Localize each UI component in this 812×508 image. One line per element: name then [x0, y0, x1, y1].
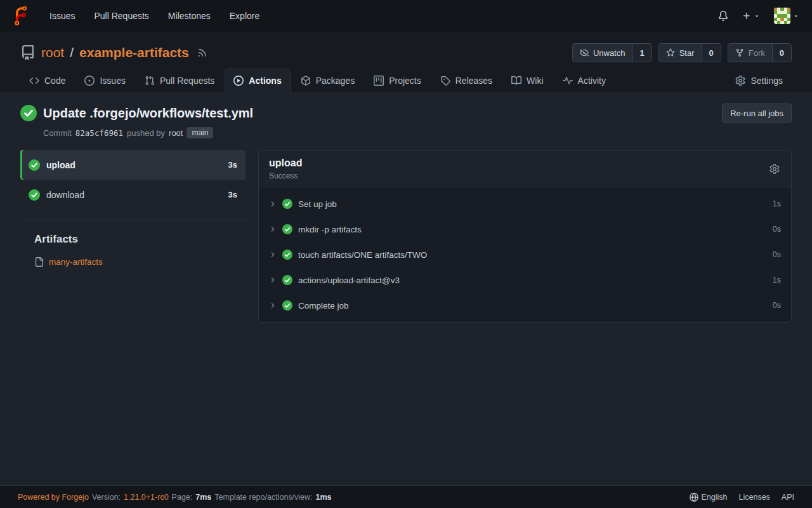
star-button-main[interactable]: Star [659, 44, 702, 62]
tab-pull-requests-label: Pull Requests [160, 76, 214, 86]
tab-code[interactable]: Code [20, 69, 74, 93]
tab-activity-label: Activity [578, 76, 606, 86]
step-duration: 0s [773, 225, 781, 234]
step-row-setup[interactable]: Set up job 1s [259, 191, 791, 217]
create-new-button[interactable] [740, 9, 763, 23]
job-options-button[interactable] [768, 163, 781, 175]
step-name: Set up job [298, 199, 337, 209]
user-menu-button[interactable] [771, 5, 802, 27]
fork-icon [735, 48, 744, 57]
gear-icon [769, 164, 780, 174]
step-row-mkdir[interactable]: mkdir -p artifacts 0s [259, 217, 791, 242]
step-name: Complete job [298, 301, 349, 311]
notifications-button[interactable] [716, 8, 731, 23]
nav-item-pull-requests[interactable]: Pull Requests [86, 6, 156, 26]
artifact-item[interactable]: many-artifacts [20, 257, 246, 267]
watchers-count[interactable]: 1 [632, 44, 651, 62]
rss-icon[interactable] [197, 48, 207, 58]
nav-item-issues[interactable]: Issues [42, 6, 82, 26]
tab-code-label: Code [44, 76, 65, 86]
tab-packages[interactable]: Packages [292, 69, 363, 93]
chevron-right-icon [269, 302, 277, 309]
nav-item-milestones[interactable]: Milestones [160, 6, 218, 26]
version-link[interactable]: 1.21.0+1-rc0 [124, 493, 169, 502]
pulse-icon [563, 76, 573, 86]
rerun-all-jobs-button[interactable]: Re-run all jobs [722, 104, 792, 123]
job-item-upload[interactable]: upload 3s [20, 150, 246, 180]
top-navbar: Issues Pull Requests Milestones Explore [0, 0, 812, 32]
job-duration: 3s [228, 190, 237, 199]
step-row-touch[interactable]: touch artifacts/ONE artifacts/TWO 0s [259, 242, 791, 267]
nav-item-explore[interactable]: Explore [222, 6, 267, 26]
powered-by-link[interactable]: Powered by Forgejo [18, 493, 89, 502]
repo-title-row: root / example-artifacts Unwatch 1 Star … [20, 43, 792, 62]
tab-pull-requests[interactable]: Pull Requests [136, 69, 223, 93]
job-item-download[interactable]: download 3s [20, 180, 246, 210]
job-duration: 3s [228, 160, 237, 170]
forks-count[interactable]: 0 [772, 44, 791, 62]
avatar-identicon [774, 8, 790, 24]
star-button[interactable]: Star 0 [658, 43, 721, 62]
footer-right: English Licenses API [690, 493, 795, 502]
licenses-link[interactable]: Licenses [739, 493, 770, 502]
tab-issues[interactable]: Issues [75, 69, 134, 93]
language-menu[interactable]: English [690, 493, 728, 502]
step-success-icon [282, 199, 292, 209]
chevron-right-icon [269, 225, 277, 233]
package-icon [301, 76, 311, 86]
tab-packages-label: Packages [316, 76, 355, 86]
chevron-right-icon [269, 200, 277, 208]
plus-icon [742, 11, 751, 20]
repo-icon [20, 45, 36, 60]
tab-projects[interactable]: Projects [365, 69, 430, 93]
step-row-upload-artifact[interactable]: actions/upload-artifact@v3 1s [259, 267, 791, 293]
tab-projects-label: Projects [389, 76, 421, 86]
step-success-icon [282, 224, 292, 234]
job-name: upload [46, 160, 222, 170]
repo-name-link[interactable]: example-artifacts [79, 45, 189, 60]
step-success-icon [282, 250, 292, 260]
template-time-label: Template repo/actions/view: [214, 493, 312, 502]
job-steps-list: Set up job 1s mkdir -p artifacts 0s touc… [259, 187, 791, 322]
tab-settings[interactable]: Settings [726, 69, 792, 93]
tab-activity[interactable]: Activity [554, 69, 615, 93]
run-title: Update .forgejo/workflows/test.yml [43, 106, 253, 121]
tab-wiki[interactable]: Wiki [502, 69, 552, 93]
project-icon [374, 76, 384, 86]
issue-icon [84, 76, 95, 86]
chevron-down-icon [793, 13, 799, 19]
navbar-right [716, 5, 802, 27]
step-duration: 1s [773, 199, 781, 208]
job-detail-title: upload [269, 157, 302, 169]
stars-count[interactable]: 0 [702, 44, 721, 62]
api-link[interactable]: API [782, 493, 794, 502]
fork-button[interactable]: Fork 0 [728, 43, 792, 62]
actions-run-view: Update .forgejo/workflows/test.yml Re-ru… [0, 93, 812, 485]
forgejo-logo[interactable] [10, 5, 32, 27]
artifact-download-link[interactable]: many-artifacts [49, 257, 103, 267]
step-duration: 1s [773, 276, 781, 284]
tag-icon [440, 76, 450, 86]
repo-owner-link[interactable]: root [41, 45, 64, 60]
version-label: Version: [92, 493, 121, 502]
job-detail-panel: upload Success Set up job 1s mkdir -p [258, 150, 792, 323]
footer-left: Powered by Forgejo Version: 1.21.0+1-rc0… [18, 493, 332, 502]
jobs-sidebar: upload 3s download 3s Artifacts many-art… [20, 150, 246, 267]
tab-settings-label: Settings [750, 76, 783, 86]
step-row-complete[interactable]: Complete job 0s [259, 293, 791, 318]
unwatch-button[interactable]: Unwatch 1 [572, 43, 652, 62]
fork-button-main[interactable]: Fork [728, 44, 772, 62]
job-detail-header: upload Success [259, 150, 791, 187]
code-icon [29, 76, 39, 86]
tab-releases[interactable]: Releases [431, 69, 501, 93]
bell-icon [718, 11, 728, 21]
star-label: Star [679, 48, 695, 58]
commit-sha-link[interactable]: 82a5cf6961 [75, 128, 123, 138]
book-icon [511, 76, 521, 86]
unwatch-button-main[interactable]: Unwatch [573, 44, 632, 62]
repo-action-buttons: Unwatch 1 Star 0 Fork 0 [572, 43, 792, 62]
tab-actions[interactable]: Actions [225, 69, 290, 93]
pusher-link[interactable]: root [169, 128, 183, 138]
branch-badge[interactable]: main [187, 127, 213, 138]
job-success-icon [29, 159, 40, 171]
